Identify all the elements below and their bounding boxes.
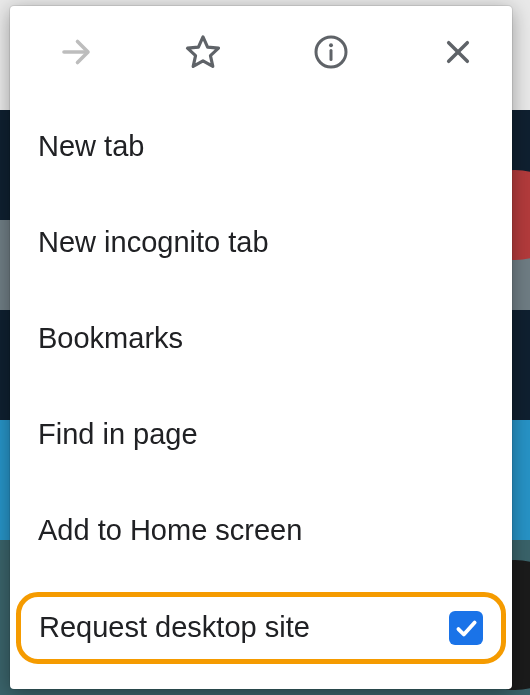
menu-list: New tab New incognito tab Bookmarks Find…	[10, 98, 512, 679]
info-icon[interactable]	[311, 32, 351, 72]
overflow-menu: New tab New incognito tab Bookmarks Find…	[10, 6, 512, 689]
close-icon[interactable]	[438, 32, 478, 72]
menu-item-label: Add to Home screen	[38, 514, 302, 547]
menu-item-find-in-page[interactable]: Find in page	[16, 400, 506, 469]
menu-item-request-desktop-site[interactable]: Request desktop site	[16, 592, 506, 664]
request-desktop-site-checkbox[interactable]	[449, 611, 483, 645]
menu-item-bookmarks[interactable]: Bookmarks	[16, 304, 506, 373]
svg-point-4	[329, 43, 333, 47]
star-icon[interactable]	[183, 32, 223, 72]
menu-item-label: Request desktop site	[39, 611, 310, 644]
menu-item-new-incognito-tab[interactable]: New incognito tab	[16, 208, 506, 277]
menu-item-label: Bookmarks	[38, 322, 183, 355]
menu-item-label: Find in page	[38, 418, 198, 451]
menu-toolbar	[10, 6, 512, 98]
forward-icon[interactable]	[56, 32, 96, 72]
menu-item-add-to-home-screen[interactable]: Add to Home screen	[16, 496, 506, 565]
menu-item-label: New incognito tab	[38, 226, 269, 259]
menu-item-label: New tab	[38, 130, 144, 163]
menu-item-new-tab[interactable]: New tab	[16, 112, 506, 181]
svg-marker-1	[188, 37, 219, 66]
